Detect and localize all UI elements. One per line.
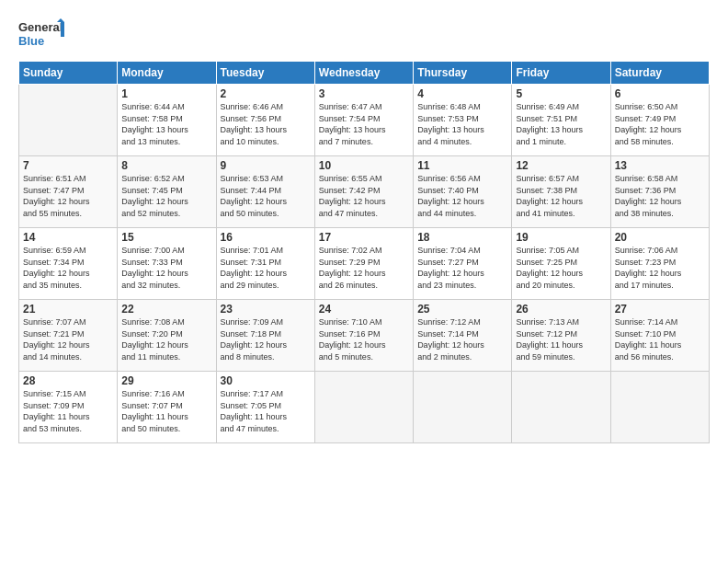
day-number: 22 <box>121 303 211 316</box>
day-number: 16 <box>221 231 311 244</box>
page-header: General Blue <box>18 17 710 52</box>
day-number: 29 <box>121 374 211 387</box>
day-number: 1 <box>121 87 211 100</box>
day-number: 9 <box>221 159 311 172</box>
day-number: 11 <box>417 159 507 172</box>
day-info: Sunrise: 7:04 AM Sunset: 7:27 PM Dayligh… <box>417 245 507 291</box>
header-thursday: Thursday <box>414 62 512 85</box>
day-number: 20 <box>615 231 705 244</box>
calendar-cell: 4Sunrise: 6:48 AM Sunset: 7:53 PM Daylig… <box>414 85 512 156</box>
calendar-cell: 7Sunrise: 6:51 AM Sunset: 7:47 PM Daylig… <box>19 156 118 228</box>
calendar-cell: 16Sunrise: 7:01 AM Sunset: 7:31 PM Dayli… <box>216 228 314 300</box>
calendar-cell <box>314 372 413 443</box>
calendar-cell: 3Sunrise: 6:47 AM Sunset: 7:54 PM Daylig… <box>314 85 413 156</box>
day-info: Sunrise: 6:59 AM Sunset: 7:34 PM Dayligh… <box>23 245 113 291</box>
day-number: 27 <box>615 303 705 316</box>
day-info: Sunrise: 7:00 AM Sunset: 7:33 PM Dayligh… <box>121 245 211 291</box>
header-tuesday: Tuesday <box>216 62 314 85</box>
day-number: 17 <box>319 231 409 244</box>
day-number: 5 <box>516 87 606 100</box>
day-info: Sunrise: 6:55 AM Sunset: 7:42 PM Dayligh… <box>319 173 409 219</box>
calendar-cell <box>19 85 118 156</box>
day-info: Sunrise: 7:12 AM Sunset: 7:14 PM Dayligh… <box>417 316 507 362</box>
calendar-cell: 11Sunrise: 6:56 AM Sunset: 7:40 PM Dayli… <box>414 156 512 228</box>
calendar-cell: 23Sunrise: 7:09 AM Sunset: 7:18 PM Dayli… <box>216 300 314 372</box>
day-number: 25 <box>417 303 507 316</box>
day-number: 24 <box>319 303 409 316</box>
day-info: Sunrise: 7:10 AM Sunset: 7:16 PM Dayligh… <box>319 316 409 362</box>
day-info: Sunrise: 6:58 AM Sunset: 7:36 PM Dayligh… <box>615 173 705 219</box>
day-number: 14 <box>23 231 113 244</box>
calendar-cell: 26Sunrise: 7:13 AM Sunset: 7:12 PM Dayli… <box>512 300 610 372</box>
day-info: Sunrise: 7:09 AM Sunset: 7:18 PM Dayligh… <box>221 316 311 362</box>
calendar-cell <box>512 372 610 443</box>
day-info: Sunrise: 6:57 AM Sunset: 7:38 PM Dayligh… <box>516 173 606 219</box>
calendar-cell: 8Sunrise: 6:52 AM Sunset: 7:45 PM Daylig… <box>118 156 216 228</box>
day-number: 28 <box>23 374 113 387</box>
day-info: Sunrise: 7:06 AM Sunset: 7:23 PM Dayligh… <box>615 245 705 291</box>
day-info: Sunrise: 6:50 AM Sunset: 7:49 PM Dayligh… <box>615 101 705 147</box>
calendar-cell: 9Sunrise: 6:53 AM Sunset: 7:44 PM Daylig… <box>216 156 314 228</box>
calendar-table: SundayMondayTuesdayWednesdayThursdayFrid… <box>18 61 710 443</box>
header-saturday: Saturday <box>610 62 709 85</box>
day-number: 21 <box>23 303 113 316</box>
day-info: Sunrise: 6:44 AM Sunset: 7:58 PM Dayligh… <box>121 101 211 147</box>
day-info: Sunrise: 7:15 AM Sunset: 7:09 PM Dayligh… <box>23 388 113 434</box>
day-info: Sunrise: 7:02 AM Sunset: 7:29 PM Dayligh… <box>319 245 409 291</box>
calendar-cell: 20Sunrise: 7:06 AM Sunset: 7:23 PM Dayli… <box>610 228 709 300</box>
calendar-cell: 28Sunrise: 7:15 AM Sunset: 7:09 PM Dayli… <box>19 372 118 443</box>
day-info: Sunrise: 7:14 AM Sunset: 7:10 PM Dayligh… <box>615 316 705 362</box>
header-row: SundayMondayTuesdayWednesdayThursdayFrid… <box>19 62 710 85</box>
day-number: 18 <box>417 231 507 244</box>
week-row-2: 7Sunrise: 6:51 AM Sunset: 7:47 PM Daylig… <box>19 156 710 228</box>
calendar-cell: 29Sunrise: 7:16 AM Sunset: 7:07 PM Dayli… <box>118 372 216 443</box>
day-number: 4 <box>417 87 507 100</box>
calendar-cell: 22Sunrise: 7:08 AM Sunset: 7:20 PM Dayli… <box>118 300 216 372</box>
week-row-5: 28Sunrise: 7:15 AM Sunset: 7:09 PM Dayli… <box>19 372 710 443</box>
day-number: 15 <box>121 231 211 244</box>
svg-text:General: General <box>18 20 63 34</box>
calendar-cell <box>610 372 709 443</box>
calendar-cell: 14Sunrise: 6:59 AM Sunset: 7:34 PM Dayli… <box>19 228 118 300</box>
day-info: Sunrise: 6:47 AM Sunset: 7:54 PM Dayligh… <box>319 101 409 147</box>
day-number: 10 <box>319 159 409 172</box>
day-number: 26 <box>516 303 606 316</box>
calendar-cell: 24Sunrise: 7:10 AM Sunset: 7:16 PM Dayli… <box>314 300 413 372</box>
calendar-cell: 10Sunrise: 6:55 AM Sunset: 7:42 PM Dayli… <box>314 156 413 228</box>
day-info: Sunrise: 6:52 AM Sunset: 7:45 PM Dayligh… <box>121 173 211 219</box>
week-row-1: 1Sunrise: 6:44 AM Sunset: 7:58 PM Daylig… <box>19 85 710 156</box>
day-info: Sunrise: 6:51 AM Sunset: 7:47 PM Dayligh… <box>23 173 113 219</box>
day-info: Sunrise: 6:46 AM Sunset: 7:56 PM Dayligh… <box>221 101 311 147</box>
week-row-4: 21Sunrise: 7:07 AM Sunset: 7:21 PM Dayli… <box>19 300 710 372</box>
calendar-cell: 5Sunrise: 6:49 AM Sunset: 7:51 PM Daylig… <box>512 85 610 156</box>
day-number: 2 <box>221 87 311 100</box>
week-row-3: 14Sunrise: 6:59 AM Sunset: 7:34 PM Dayli… <box>19 228 710 300</box>
logo-svg: General Blue <box>18 17 69 52</box>
day-info: Sunrise: 6:56 AM Sunset: 7:40 PM Dayligh… <box>417 173 507 219</box>
calendar-cell: 2Sunrise: 6:46 AM Sunset: 7:56 PM Daylig… <box>216 85 314 156</box>
day-number: 19 <box>516 231 606 244</box>
day-number: 3 <box>319 87 409 100</box>
day-info: Sunrise: 7:07 AM Sunset: 7:21 PM Dayligh… <box>23 316 113 362</box>
calendar-cell: 27Sunrise: 7:14 AM Sunset: 7:10 PM Dayli… <box>610 300 709 372</box>
day-number: 12 <box>516 159 606 172</box>
calendar-cell: 1Sunrise: 6:44 AM Sunset: 7:58 PM Daylig… <box>118 85 216 156</box>
day-number: 8 <box>121 159 211 172</box>
header-wednesday: Wednesday <box>314 62 413 85</box>
header-monday: Monday <box>118 62 216 85</box>
calendar-cell: 13Sunrise: 6:58 AM Sunset: 7:36 PM Dayli… <box>610 156 709 228</box>
day-info: Sunrise: 7:13 AM Sunset: 7:12 PM Dayligh… <box>516 316 606 362</box>
svg-text:Blue: Blue <box>18 34 44 48</box>
header-sunday: Sunday <box>19 62 118 85</box>
calendar-cell: 6Sunrise: 6:50 AM Sunset: 7:49 PM Daylig… <box>610 85 709 156</box>
calendar-cell: 19Sunrise: 7:05 AM Sunset: 7:25 PM Dayli… <box>512 228 610 300</box>
day-info: Sunrise: 7:17 AM Sunset: 7:05 PM Dayligh… <box>221 388 311 434</box>
day-info: Sunrise: 7:16 AM Sunset: 7:07 PM Dayligh… <box>121 388 211 434</box>
calendar-cell: 17Sunrise: 7:02 AM Sunset: 7:29 PM Dayli… <box>314 228 413 300</box>
day-info: Sunrise: 7:08 AM Sunset: 7:20 PM Dayligh… <box>121 316 211 362</box>
day-number: 30 <box>221 374 311 387</box>
day-number: 6 <box>615 87 705 100</box>
calendar-cell: 25Sunrise: 7:12 AM Sunset: 7:14 PM Dayli… <box>414 300 512 372</box>
logo: General Blue <box>18 17 69 52</box>
day-info: Sunrise: 6:49 AM Sunset: 7:51 PM Dayligh… <box>516 101 606 147</box>
